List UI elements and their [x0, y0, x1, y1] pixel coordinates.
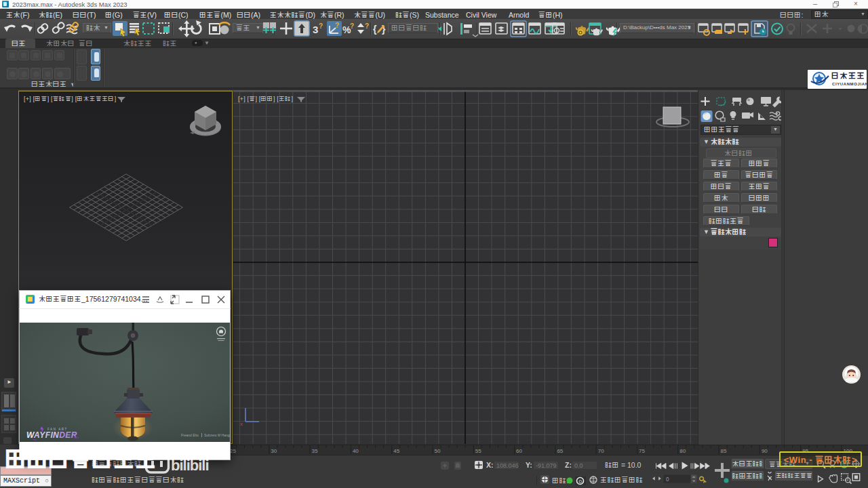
svg-text:bilibili: bilibili	[171, 457, 209, 474]
svg-text:45: 45	[393, 448, 399, 454]
svg-text:Freand Elto: Freand Elto	[181, 433, 199, 437]
svg-text:65: 65	[557, 448, 563, 454]
svg-text:0: 0	[666, 476, 669, 483]
svg-text:?: ?	[335, 22, 339, 29]
svg-text:WAYFINDER: WAYFINDER	[26, 430, 77, 440]
svg-text:{: {	[373, 24, 377, 35]
svg-text:25: 25	[230, 448, 236, 454]
svg-text:x: x	[240, 421, 243, 426]
svg-text:55: 55	[475, 448, 481, 454]
svg-text:?: ?	[350, 22, 354, 30]
svg-text:40: 40	[353, 448, 359, 454]
svg-text:Subzero M Hanging Light: Subzero M Hanging Light	[204, 433, 230, 437]
svg-text:60: 60	[516, 448, 522, 454]
svg-text:50: 50	[435, 448, 441, 454]
svg-text:80: 80	[679, 448, 686, 454]
svg-text:}: }	[382, 24, 386, 35]
svg-text:?: ?	[319, 22, 323, 30]
svg-text:35: 35	[312, 448, 318, 454]
svg-text:70: 70	[598, 448, 604, 454]
svg-text:?: ?	[365, 22, 369, 30]
svg-text:75: 75	[639, 448, 645, 454]
svg-text:85: 85	[721, 448, 727, 454]
svg-text:90: 90	[762, 448, 768, 454]
svg-text:3: 3	[313, 24, 318, 35]
svg-text:0: 0	[579, 479, 583, 485]
svg-text:30: 30	[271, 448, 277, 454]
